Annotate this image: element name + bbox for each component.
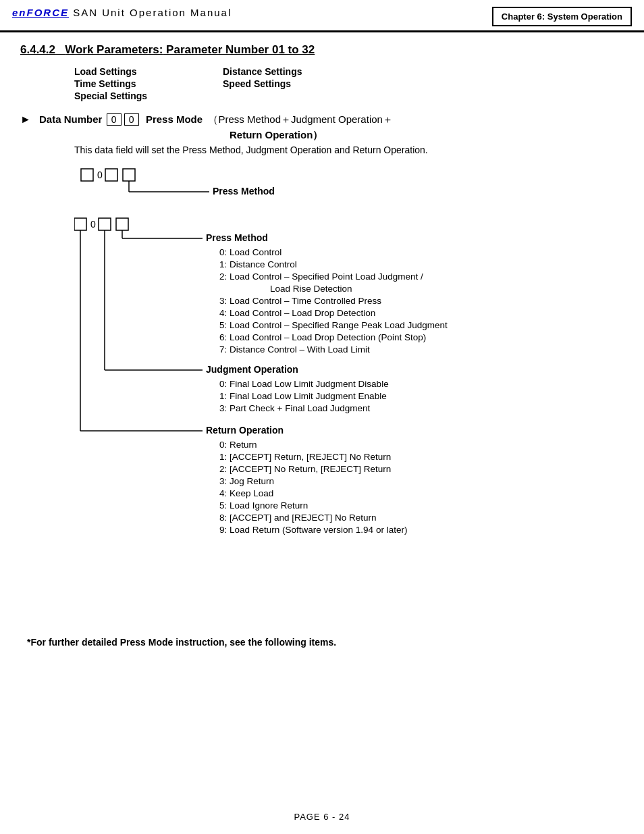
svg-text:6:   Load Control – Load Drop : 6: Load Control – Load Drop Detection (P… <box>219 332 426 342</box>
svg-text:8:    [ACCEPT] and [REJECT] No: 8: [ACCEPT] and [REJECT] No Return <box>219 513 377 523</box>
page-number: PAGE 6 - 24 <box>0 812 644 822</box>
svg-text:2:    Load Control – Specified: 2: Load Control – Specified Point Load J… <box>219 271 423 282</box>
svg-text:2:    [ACCEPT] No Return, [REJ: 2: [ACCEPT] No Return, [REJECT] Return <box>219 464 391 474</box>
setting-time: Time Settings <box>74 78 223 89</box>
setting-empty <box>223 90 398 101</box>
svg-text:0:    Return: 0: Return <box>219 440 257 450</box>
svg-rect-7 <box>74 218 86 230</box>
svg-text:1:    [ACCEPT] Return, [REJECT: 1: [ACCEPT] Return, [REJECT] No Return <box>219 452 391 462</box>
press-mode-formula2: Return Operation） <box>230 129 624 142</box>
svg-text:4:    Keep Load: 4: Keep Load <box>219 488 273 498</box>
settings-grid: Load Settings Distance Settings Time Set… <box>74 66 624 101</box>
footer-note: *For further detailed Press Mode instruc… <box>27 637 624 648</box>
svg-text:0: 0 <box>97 170 103 180</box>
brand-name: enFORCE <box>12 7 69 18</box>
field-description: This data field will set the Press Metho… <box>74 145 624 155</box>
svg-text:3:   Part Check + Final Load J: 3: Part Check + Final Load Judgment <box>219 403 371 413</box>
svg-rect-3 <box>123 169 135 181</box>
svg-text:Load Rise Detection: Load Rise Detection <box>270 284 352 294</box>
svg-text:Return Operation: Return Operation <box>206 425 284 436</box>
setting-load: Load Settings <box>74 66 223 77</box>
full-tree-svg: 0 Press Method 0: Load Control 1: Distan… <box>74 215 493 620</box>
full-tree: 0 Press Method 0: Load Control 1: Distan… <box>74 215 624 622</box>
svg-text:Press Method: Press Method <box>206 232 268 243</box>
data-number-label: Data Number <box>36 113 105 125</box>
page-header: enFORCE SAN Unit Operation Manual Chapte… <box>0 0 644 32</box>
data-num-digit1: 0 <box>107 113 122 126</box>
svg-text:0:   Load Control: 0: Load Control <box>219 247 281 257</box>
svg-text:5:   Load Control – Specified : 5: Load Control – Specified Range Peak L… <box>219 320 448 330</box>
arrow-icon: ► <box>20 113 31 126</box>
data-number-row: ► Data Number 00 Press Mode （Press Metho… <box>20 113 624 126</box>
data-num-digit2: 0 <box>124 113 139 126</box>
section-title-rest: Parameter Number 01 to 32 <box>163 43 315 56</box>
section-number: 6.4.4.2 <box>20 43 55 56</box>
svg-text:3:   Load Control – Time Contr: 3: Load Control – Time Controlled Press <box>219 296 381 306</box>
press-mode-label: Press Mode <box>146 113 203 125</box>
setting-speed: Speed Settings <box>223 78 398 89</box>
svg-text:Press Method: Press Method <box>213 186 275 197</box>
svg-text:4:   Load Control – Load Drop : 4: Load Control – Load Drop Detection <box>219 308 375 318</box>
section-title: 6.4.4.2 Work Parameters: Parameter Numbe… <box>20 43 624 57</box>
svg-text:1:   Final Load Low Limit Judg: 1: Final Load Low Limit Judgment Enable <box>219 391 387 401</box>
svg-rect-9 <box>99 218 111 230</box>
svg-rect-10 <box>116 218 128 230</box>
svg-text:1:   Distance Control: 1: Distance Control <box>219 259 297 269</box>
main-content: 6.4.4.2 Work Parameters: Parameter Numbe… <box>0 32 644 661</box>
svg-text:Judgment Operation: Judgment Operation <box>206 364 298 375</box>
setting-distance: Distance Settings <box>223 66 398 77</box>
svg-rect-2 <box>105 169 117 181</box>
section-title-underlined: Work Parameters: <box>65 43 163 56</box>
tree-diagram: 0 Press Method <box>74 163 624 204</box>
manual-title: enFORCE SAN Unit Operation Manual <box>12 7 232 18</box>
svg-text:3:    Jog Return: 3: Jog Return <box>219 476 274 486</box>
manual-title-text: SAN Unit Operation Manual <box>73 7 232 18</box>
diagram-svg: 0 Press Method <box>74 163 425 204</box>
press-mode-formula: （Press Method＋Judgment Operation＋ <box>208 113 392 126</box>
svg-text:5:    Load Ignore Return: 5: Load Ignore Return <box>219 500 308 511</box>
svg-text:7:   Distance Control – With L: 7: Distance Control – With Load Limit <box>219 344 370 355</box>
chapter-box: Chapter 6: System Operation <box>492 7 632 26</box>
svg-rect-0 <box>81 169 93 181</box>
svg-text:0:   Final Load Low Limit Judg: 0: Final Load Low Limit Judgment Disable <box>219 379 389 389</box>
data-number-section: ► Data Number 00 Press Mode （Press Metho… <box>20 113 624 142</box>
setting-special: Special Settings <box>74 90 223 101</box>
svg-text:9:    Load Return (Software ve: 9: Load Return (Software version 1.94 or… <box>219 525 407 535</box>
svg-text:0: 0 <box>90 219 96 230</box>
